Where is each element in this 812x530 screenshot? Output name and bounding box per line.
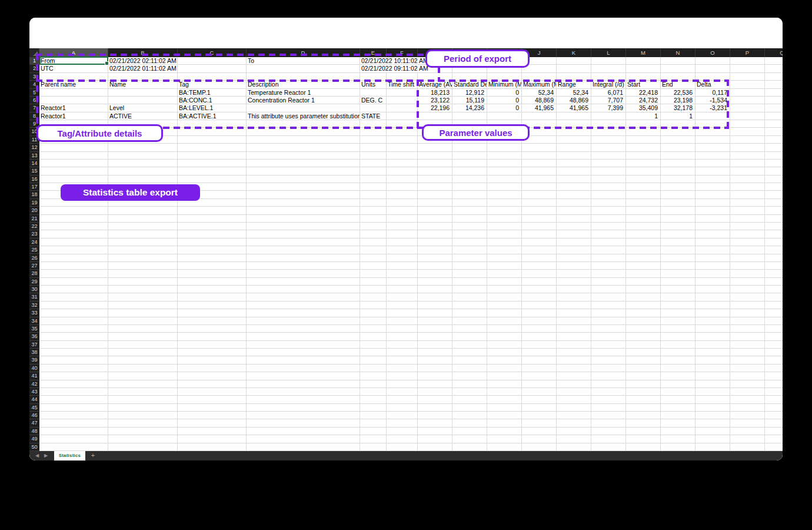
row-header-33[interactable]: 33 <box>29 309 39 317</box>
cell-D1[interactable]: To <box>247 57 255 64</box>
cell-D8[interactable]: This attribute uses parameter substituti… <box>247 112 360 120</box>
cell-H7[interactable]: 14,236 <box>452 104 487 111</box>
row-header-26[interactable]: 26 <box>29 254 39 262</box>
cell-E6[interactable]: DEG. C <box>360 97 384 104</box>
cell-D5[interactable]: Temperature Reactor 1 <box>247 89 312 96</box>
row-header-16[interactable]: 16 <box>29 175 39 183</box>
row-header-28[interactable]: 28 <box>29 270 39 277</box>
cell-N6[interactable]: 23,198 <box>661 97 695 104</box>
cell-O5[interactable]: 0,117 <box>695 89 730 96</box>
cell-L6[interactable]: 7,707 <box>591 97 625 104</box>
row-header-19[interactable]: 19 <box>29 199 39 207</box>
row-header-32[interactable]: 32 <box>29 302 39 309</box>
sheet-tab-statistics[interactable]: Statistics <box>54 451 85 461</box>
cell-G5[interactable]: 18,213 <box>418 89 452 96</box>
cell-G6[interactable]: 23,122 <box>418 97 452 104</box>
row-header-15[interactable]: 15 <box>29 167 39 175</box>
cell-M6[interactable]: 24,732 <box>626 97 660 104</box>
cell-L7[interactable]: 7,399 <box>591 104 625 111</box>
cell-M7[interactable]: 35,409 <box>626 104 660 111</box>
sheet-grid[interactable]: From02/21/2022 02:11:02 AMTo02/21/2022 1… <box>29 57 783 451</box>
cell-E1[interactable]: 02/21/2022 10:11:02 AM <box>360 57 430 64</box>
column-header-O[interactable]: O <box>695 48 730 57</box>
row-header-12[interactable]: 12 <box>29 144 39 151</box>
sheet-nav-right-icon[interactable]: ▶ <box>42 451 50 461</box>
row-header-40[interactable]: 40 <box>29 365 39 372</box>
row-header-18[interactable]: 18 <box>29 191 39 198</box>
row-header-47[interactable]: 47 <box>29 419 39 427</box>
cell-B2[interactable]: 02/21/2022 01:11:02 AM <box>108 65 178 72</box>
row-header-13[interactable]: 13 <box>29 152 39 160</box>
cell-A8[interactable]: Reactor1 <box>39 112 67 120</box>
row-header-21[interactable]: 21 <box>29 215 39 223</box>
row-header-24[interactable]: 24 <box>29 238 39 246</box>
cell-E8[interactable]: STATE <box>360 112 381 120</box>
cell-C8[interactable]: BA:ACTIVE.1 <box>178 112 218 120</box>
row-header-31[interactable]: 31 <box>29 293 39 301</box>
row-header-46[interactable]: 46 <box>29 412 39 419</box>
column-header-N[interactable]: N <box>661 48 695 57</box>
row-header-20[interactable]: 20 <box>29 207 39 214</box>
cell-C7[interactable]: BA:LEVEL.1 <box>178 104 214 111</box>
column-header-Q[interactable]: Q <box>765 48 783 57</box>
row-header-39[interactable]: 39 <box>29 356 39 364</box>
row-header-30[interactable]: 30 <box>29 286 39 293</box>
cell-E2[interactable]: 02/21/2022 09:11:02 AM <box>360 65 430 72</box>
cell-O7[interactable]: -3,231 <box>695 104 730 111</box>
cell-O6[interactable]: -1,534 <box>695 97 730 104</box>
column-header-K[interactable]: K <box>557 48 591 57</box>
row-header-42[interactable]: 42 <box>29 380 39 388</box>
cell-K6[interactable]: 48,869 <box>557 97 591 104</box>
row-header-36[interactable]: 36 <box>29 333 39 340</box>
cell-I6[interactable]: 0 <box>487 97 521 104</box>
cell-A7[interactable]: Reactor1 <box>39 104 67 111</box>
cell-G7[interactable]: 22,196 <box>418 104 452 111</box>
row-header-14[interactable]: 14 <box>29 160 39 167</box>
row-header-35[interactable]: 35 <box>29 325 39 333</box>
cell-D6[interactable]: Concentration Reactor 1 <box>247 97 316 104</box>
cell-I5[interactable]: 0 <box>487 89 521 96</box>
row-header-44[interactable]: 44 <box>29 396 39 403</box>
add-sheet-button[interactable]: + <box>88 451 98 461</box>
row-header-41[interactable]: 41 <box>29 372 39 380</box>
cell-H5[interactable]: 12,912 <box>452 89 487 96</box>
row-header-50[interactable]: 50 <box>29 443 39 451</box>
row-header-17[interactable]: 17 <box>29 183 39 191</box>
row-header-22[interactable]: 22 <box>29 223 39 230</box>
cell-N7[interactable]: 32,178 <box>661 104 695 111</box>
row-header-27[interactable]: 27 <box>29 262 39 270</box>
row-header-43[interactable]: 43 <box>29 388 39 396</box>
cell-H6[interactable]: 15,119 <box>452 97 487 104</box>
row-header-48[interactable]: 48 <box>29 428 39 435</box>
column-header-P[interactable]: P <box>730 48 765 57</box>
row-header-49[interactable]: 49 <box>29 435 39 443</box>
fill-handle[interactable] <box>105 61 109 65</box>
sheet-nav-left-icon[interactable]: ◀ <box>33 451 41 461</box>
row-header-34[interactable]: 34 <box>29 317 39 325</box>
cell-C6[interactable]: BA:CONC.1 <box>178 97 214 104</box>
row-header-23[interactable]: 23 <box>29 230 39 238</box>
selected-cell-outline[interactable] <box>39 57 108 65</box>
cell-I7[interactable]: 0 <box>487 104 521 111</box>
cell-N5[interactable]: 22,536 <box>661 89 695 96</box>
cell-K7[interactable]: 41,965 <box>557 104 591 111</box>
cell-B8[interactable]: ACTIVE <box>108 112 133 120</box>
row-header-45[interactable]: 45 <box>29 404 39 412</box>
row-header-37[interactable]: 37 <box>29 341 39 349</box>
cell-M5[interactable]: 22,418 <box>626 89 660 96</box>
cell-L5[interactable]: 6,071 <box>591 89 625 96</box>
cell-K5[interactable]: 52,34 <box>557 89 591 96</box>
cell-B1[interactable]: 02/21/2022 02:11:02 AM <box>108 57 178 64</box>
cell-N8[interactable]: 1 <box>661 112 695 120</box>
row-header-25[interactable]: 25 <box>29 246 39 254</box>
cell-B7[interactable]: Level <box>108 104 125 111</box>
column-header-L[interactable]: L <box>591 48 626 57</box>
cell-J6[interactable]: 48,869 <box>522 97 556 104</box>
row-header-29[interactable]: 29 <box>29 278 39 286</box>
column-header-M[interactable]: M <box>626 48 661 57</box>
cell-M8[interactable]: 1 <box>626 112 660 120</box>
row-header-38[interactable]: 38 <box>29 349 39 356</box>
cell-C5[interactable]: BA:TEMP.1 <box>178 89 212 96</box>
cell-A2[interactable]: UTC <box>39 65 55 72</box>
cell-J5[interactable]: 52,34 <box>522 89 556 96</box>
